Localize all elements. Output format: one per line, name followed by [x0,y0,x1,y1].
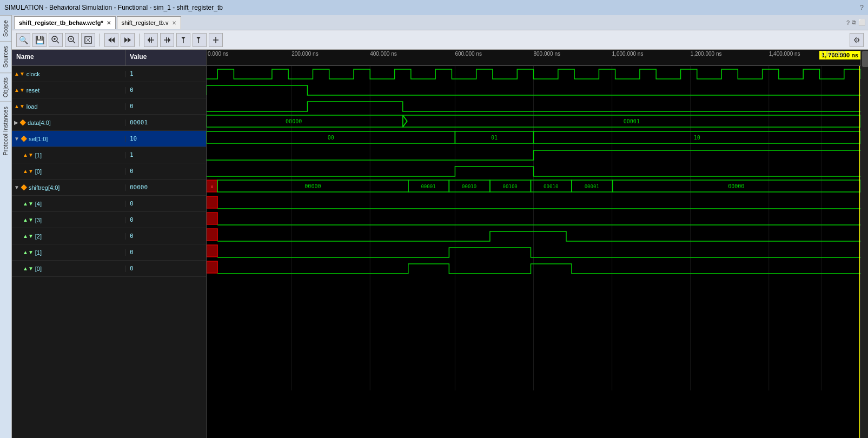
waveform-svg: 00000 00001 00 01 10 [207,66,860,390]
tab-wcfg-close[interactable]: ✕ [107,20,111,26]
shiftreg-1-label: [1] [35,249,42,256]
data-expand-arrow[interactable]: ▶ [14,120,18,125]
sel-0-value: 0 [125,168,138,175]
scrollbar-thumb[interactable] [862,51,868,67]
content-area: shift_register_tb_behav.wcfg* ✕ shift_re… [12,15,868,438]
zoom-in-button[interactable] [49,33,63,47]
load-signal-icon: ▲▼ [14,103,25,109]
toolbar-sep-2 [139,34,140,47]
signal-row-sel-1[interactable]: ▲▼ [1] 1 [12,147,206,163]
load-label: load [26,103,38,110]
tab-restore-icon[interactable]: ⧉ [852,19,856,26]
waveform-container: Name Value ▲▼ clock 1 [12,50,868,438]
signal-row-sel[interactable]: ▼ 🔶 sel[1:0] 10 [12,131,206,147]
signal-row-shiftreg-1[interactable]: ▲▼ [1] 0 [12,244,206,261]
svg-text:00001: 00001 [421,184,435,189]
shiftreg-4-value: 0 [125,200,138,207]
cursor1-button[interactable] [193,33,207,47]
shiftreg-2-icon: ▲▼ [23,233,34,239]
sel-1-icon: ▲▼ [23,152,34,158]
signal-row-load[interactable]: ▲▼ load 0 [12,98,206,115]
waveform-display[interactable]: 1, 700.000 ns 0.000 ns 200.000 ns 400.00… [207,50,860,438]
clock-signal-icon: ▲▼ [14,71,25,77]
sel-1-label: [1] [35,152,42,158]
time-label-0: 0.000 ns [208,51,228,57]
tab-maximize-icon[interactable]: ⬜ [858,19,866,26]
shiftreg-3-label: [3] [35,217,42,223]
signal-row-reset[interactable]: ▲▼ reset 0 [12,82,206,98]
shiftreg-3-icon: ▲▼ [23,217,34,223]
tab-v-label: shift_register_tb.v [122,19,169,26]
svg-text:01: 01 [491,135,498,141]
signal-name-data: ▶ 🔶 data[4:0] [12,120,125,126]
go-to-start-button[interactable] [104,33,118,47]
signal-panel: Name Value ▲▼ clock 1 [12,50,207,438]
signal-row-shiftreg-2[interactable]: ▲▼ [2] 0 [12,228,206,244]
search-button[interactable]: 🔍 [16,33,30,47]
svg-marker-21 [181,37,185,39]
signal-name-sel-0: ▲▼ [0] [12,168,125,175]
signal-name-shiftreg-3: ▲▼ [3] [12,217,125,223]
signal-row-sel-0[interactable]: ▲▼ [0] 0 [12,163,206,180]
value-column-header: Value [125,50,151,65]
signal-row-shiftreg[interactable]: ▼ 🔶 shiftreg[4:0] 00000 [12,180,206,196]
sel-expand-arrow[interactable]: ▼ [14,136,19,142]
signal-row-shiftreg-4[interactable]: ▲▼ [4] 0 [12,196,206,212]
tab-help-icon[interactable]: ? [846,19,850,26]
signal-name-sel-1: ▲▼ [1] [12,152,125,158]
zoom-out-button[interactable] [65,33,79,47]
cursor-line [859,66,860,438]
cursor2-button[interactable] [209,33,223,47]
svg-text:00000: 00000 [286,118,302,124]
shiftreg-4-icon: ▲▼ [23,201,34,207]
sources-tab[interactable]: Sources [0,41,11,72]
waveform-tracks[interactable]: 00000 00001 00 01 10 [207,66,860,438]
save-button[interactable]: 💾 [32,33,47,47]
scope-tab[interactable]: Scope [0,15,11,41]
objects-tab[interactable]: Objects [0,72,11,102]
svg-text:00001: 00001 [624,118,640,124]
name-column-header: Name [12,50,125,65]
shiftreg-2-value: 0 [125,233,138,240]
signal-row-shiftreg-3[interactable]: ▲▼ [3] 0 [12,212,206,228]
help-icon[interactable]: ? [860,4,864,11]
signal-row-clock[interactable]: ▲▼ clock 1 [12,66,206,82]
time-label-200: 200.000 ns [291,51,319,57]
signal-row-shiftreg-0[interactable]: ▲▼ [0] 0 [12,261,206,277]
settings-button[interactable]: ⚙ [850,33,864,47]
svg-marker-11 [111,37,115,43]
tab-v[interactable]: shift_register_tb.v ✕ [117,16,181,29]
shiftreg-expand-arrow[interactable]: ▼ [14,184,19,190]
shiftreg-3-value: 0 [125,216,138,223]
data-bus-icon: 🔶 [19,120,26,125]
vertical-tabs: Scope Sources Objects Protocol Instances [0,15,12,438]
data-label: data[4:0] [28,120,51,126]
shiftreg-0-icon: ▲▼ [23,266,34,271]
vertical-scrollbar[interactable] [860,50,868,438]
sel-1-value: 1 [125,151,138,158]
svg-rect-61 [207,196,217,208]
title-bar: SIMULATION - Behavioral Simulation - Fun… [0,0,868,15]
signal-name-shiftreg-0: ▲▼ [0] [12,266,125,272]
toolbar-sep-1 [100,34,100,47]
next-edge-button[interactable] [160,33,174,47]
go-to-end-button[interactable] [121,33,135,47]
tab-wcfg[interactable]: shift_register_tb_behav.wcfg* ✕ [14,16,116,29]
tab-v-close[interactable]: ✕ [172,20,176,26]
clock-label: clock [26,71,40,77]
shiftreg-0-value: 0 [125,265,138,272]
reset-value: 0 [125,87,138,94]
sel-bus-icon: 🔶 [21,136,27,142]
signal-row-data[interactable]: ▶ 🔶 data[4:0] 00001 [12,115,206,131]
svg-marker-15 [148,37,150,43]
time-label-600: 600.000 ns [455,51,482,57]
fit-button[interactable] [81,33,95,47]
add-marker-button[interactable] [176,33,190,47]
protocol-instances-tab[interactable]: Protocol Instances [0,102,11,160]
svg-rect-65 [207,261,217,273]
shiftreg-1-icon: ▲▼ [23,249,34,255]
shiftreg-2-label: [2] [35,233,42,240]
reset-label: reset [26,87,39,94]
prev-edge-button[interactable] [144,33,158,47]
shiftreg-value: 00000 [125,184,152,191]
